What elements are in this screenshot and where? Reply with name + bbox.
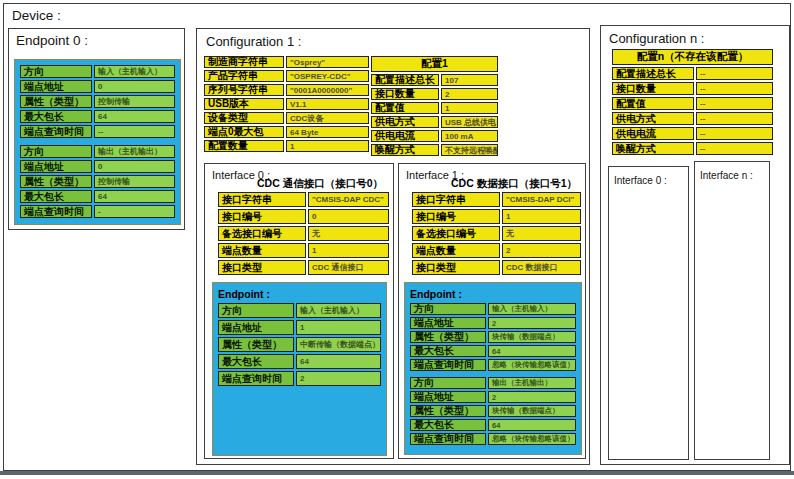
row-label: 配置值 bbox=[371, 102, 439, 114]
row-value: 中断传输（数据端点） bbox=[296, 337, 381, 352]
table-row: 最大包长64 bbox=[410, 419, 576, 431]
row-label: 端点数量 bbox=[218, 243, 306, 258]
interface0-endpoint-title: Endpoint : bbox=[218, 288, 381, 300]
table-row: 端点地址2 bbox=[410, 391, 576, 403]
row-label: 端点地址 bbox=[20, 160, 92, 173]
row-value: 1 bbox=[286, 140, 369, 152]
endpoint0-out-table: 方向输出（主机输出）端点地址0属性（类型）控制传输最大包长64端点查询时间- bbox=[20, 145, 175, 218]
row-value: CDC 通信接口 bbox=[308, 260, 389, 275]
row-value: -- bbox=[94, 125, 175, 138]
row-value: 1 bbox=[296, 320, 381, 335]
row-label: 最大包长 bbox=[410, 419, 486, 431]
row-label: 唤醒方式 bbox=[371, 144, 439, 156]
table-row: 配置值-- bbox=[612, 97, 773, 110]
interface0-endpoint-container: Endpoint : 方向输入（主机输入）端点地址1属性（类型）中断传输（数据端… bbox=[212, 282, 387, 456]
window-bottom-edge bbox=[0, 471, 794, 475]
configN-interfaceN-title: Interface n : bbox=[700, 170, 753, 181]
row-value: CDC设备 bbox=[286, 112, 369, 124]
row-value: 块传输（数据端点） bbox=[488, 331, 576, 343]
row-label: 属性（类型） bbox=[410, 331, 486, 343]
table-row: 方向输入（主机输入） bbox=[20, 65, 175, 78]
table-row: 配置值1 bbox=[371, 102, 498, 114]
row-label: 端点查询时间 bbox=[218, 371, 294, 386]
row-label: 方向 bbox=[410, 377, 486, 389]
configN-interfaceN-panel: Interface n : bbox=[694, 161, 770, 460]
row-value: 忽略（块传输忽略该值） bbox=[488, 359, 576, 371]
interface0-endpoint-in-table: 方向输入（主机输入）端点地址1属性（类型）中断传输（数据端点）最大包长64端点查… bbox=[218, 303, 381, 386]
interface0-panel: Interface 0 : CDC 通信接口（接口号0） 接口字符串"CMSIS… bbox=[204, 163, 394, 459]
row-value: 100 mA bbox=[441, 130, 498, 142]
row-label: 最大包长 bbox=[20, 110, 92, 123]
configN-config-info-table: 配置描述总长--接口数量--配置值--供电方式--供电电流--唤醒方式-- bbox=[612, 67, 773, 155]
row-value: CDC 数据接口 bbox=[502, 260, 581, 275]
row-label: 最大包长 bbox=[410, 345, 486, 357]
row-value: 2 bbox=[441, 88, 498, 100]
table-row: USB版本V1.1 bbox=[204, 98, 369, 110]
row-label: 端点查询时间 bbox=[410, 359, 486, 371]
row-value: 64 bbox=[488, 419, 576, 431]
config1-config-header: 配置1 bbox=[371, 56, 498, 72]
row-label: 配置描述总长 bbox=[371, 74, 439, 86]
row-value: "Osprey" bbox=[286, 56, 369, 68]
row-label: 供电方式 bbox=[612, 112, 694, 125]
row-value: 1 bbox=[502, 209, 581, 224]
table-row: 配置描述总长107 bbox=[371, 74, 498, 86]
table-row: 供电方式USB 总线供电 bbox=[371, 116, 498, 128]
table-row: 供电方式-- bbox=[612, 112, 773, 125]
row-label: 端点地址 bbox=[218, 320, 294, 335]
table-row: 端点查询时间- bbox=[20, 205, 175, 218]
endpoint0-container: 方向输入（主机输入）端点地址0属性（类型）控制传输最大包长64端点查询时间-- … bbox=[14, 59, 181, 225]
row-value: -- bbox=[696, 127, 773, 140]
interface1-endpoint-container: Endpoint : 方向输入（主机输入）端点地址2属性（类型）块传输（数据端点… bbox=[404, 282, 582, 455]
interface0-subtitle: CDC 通信接口（接口号0） bbox=[251, 177, 389, 191]
table-row: 最大包长64 bbox=[410, 345, 576, 357]
row-label: 端点查询时间 bbox=[20, 125, 92, 138]
table-row: 端点地址1 bbox=[218, 320, 381, 335]
table-row: 方向输入（主机输入） bbox=[410, 303, 576, 315]
row-label: 设备类型 bbox=[204, 112, 284, 124]
interface1-endpoint-title: Endpoint : bbox=[410, 288, 576, 300]
row-value: 块传输（数据端点） bbox=[488, 405, 576, 417]
configuration1-title: Configuration 1 : bbox=[206, 34, 301, 49]
row-label: 属性（类型） bbox=[20, 175, 92, 188]
row-label: 唤醒方式 bbox=[612, 142, 694, 155]
row-label: 备选接口编号 bbox=[218, 226, 306, 241]
configN-config-header: 配置n（不存在该配置） bbox=[612, 49, 773, 65]
row-label: 产品字符串 bbox=[204, 70, 284, 82]
row-value: "OSPREY-CDC" bbox=[286, 70, 369, 82]
table-row: 方向输出（主机输出） bbox=[410, 377, 576, 389]
row-label: 配置数量 bbox=[204, 140, 284, 152]
row-value: 无 bbox=[308, 226, 389, 241]
row-value: 0 bbox=[94, 80, 175, 93]
table-row: 接口字符串"CMSIS-DAP DCI" bbox=[412, 192, 581, 207]
row-value: USB 总线供电 bbox=[441, 116, 498, 128]
config1-config-info-table: 配置描述总长107接口数量2配置值1供电方式USB 总线供电供电电流100 mA… bbox=[371, 74, 498, 156]
row-label: 接口类型 bbox=[218, 260, 306, 275]
row-label: 最大包长 bbox=[20, 190, 92, 203]
endpoint0-in-table: 方向输入（主机输入）端点地址0属性（类型）控制传输最大包长64端点查询时间-- bbox=[20, 65, 175, 138]
table-row: 唤醒方式不支持远程唤醒 bbox=[371, 144, 498, 156]
row-value: 2 bbox=[502, 243, 581, 258]
table-row: 端点数量1 bbox=[218, 243, 389, 258]
endpoint0-title: Endpoint 0 : bbox=[16, 33, 88, 48]
interface1-panel: Interface 1 : CDC 数据接口（接口号1） 接口字符串"CMSIS… bbox=[398, 163, 586, 459]
row-value: "CMSIS-DAP CDC" bbox=[308, 192, 389, 207]
table-row: 制造商字符串"Osprey" bbox=[204, 56, 369, 68]
configurationN-panel: Configuration n : 配置n（不存在该配置） 配置描述总长--接口… bbox=[600, 25, 790, 465]
row-label: USB版本 bbox=[204, 98, 284, 110]
endpoint0-panel: Endpoint 0 : 方向输入（主机输入）端点地址0属性（类型）控制传输最大… bbox=[8, 28, 185, 230]
row-label: 端点数量 bbox=[412, 243, 500, 258]
row-value: 64 Byte bbox=[286, 126, 369, 138]
row-value: -- bbox=[696, 67, 773, 80]
row-label: 接口字符串 bbox=[412, 192, 500, 207]
configN-interface0-title: Interface 0 : bbox=[614, 175, 667, 186]
table-row: 配置数量1 bbox=[204, 140, 369, 152]
table-row: 供电电流-- bbox=[612, 127, 773, 140]
row-label: 供电电流 bbox=[612, 127, 694, 140]
table-row: 端点查询时间忽略（块传输忽略该值） bbox=[410, 433, 576, 445]
row-label: 接口数量 bbox=[612, 82, 694, 95]
row-label: 供电方式 bbox=[371, 116, 439, 128]
row-value: 2 bbox=[488, 317, 576, 329]
table-row: 接口数量2 bbox=[371, 88, 498, 100]
row-value: 忽略（块传输忽略该值） bbox=[488, 433, 576, 445]
